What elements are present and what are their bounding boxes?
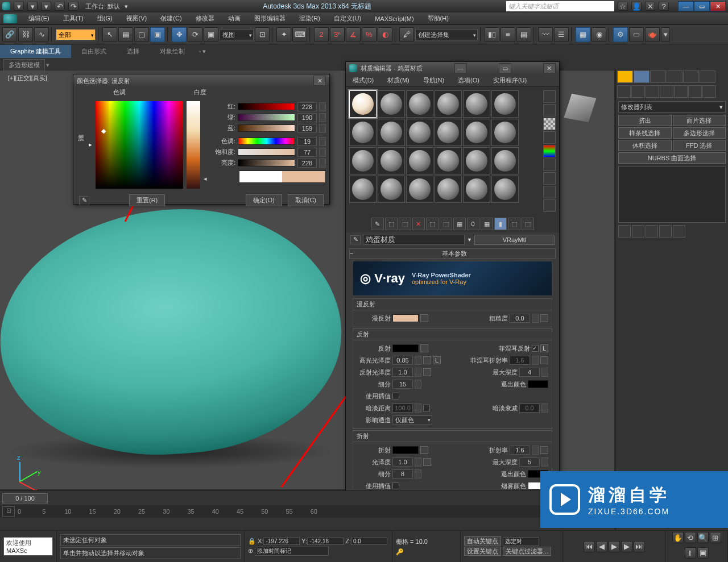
r-slider[interactable] <box>238 103 295 110</box>
menu-modifiers[interactable]: 修改器 <box>189 13 221 24</box>
eyedropper-btn[interactable]: ✎ <box>79 196 89 205</box>
pctsnap-btn[interactable]: % <box>362 27 377 42</box>
rfgloss-value[interactable]: 1.0 <box>392 457 413 467</box>
scale-btn[interactable]: ▣ <box>204 27 218 42</box>
colordlg-close[interactable]: ✕ <box>313 76 326 86</box>
mod-spline[interactable]: 样条线选择 <box>618 127 672 139</box>
help-btn[interactable]: ? <box>659 2 669 11</box>
pin-stack-icon[interactable] <box>618 225 631 238</box>
rough-value[interactable]: 0.0 <box>510 314 530 323</box>
curveed-btn[interactable]: 〰 <box>538 27 553 42</box>
minimize-btn[interactable]: — <box>678 1 694 11</box>
key-icon[interactable]: 🔑 <box>396 548 457 556</box>
sample-slot[interactable] <box>463 119 490 146</box>
put-mat-icon[interactable]: ⬚ <box>385 218 398 230</box>
sample-slot[interactable] <box>406 147 433 174</box>
polymodel-btn[interactable]: 多边形建模 <box>3 59 45 71</box>
qat-redo[interactable]: ↷ <box>68 2 78 11</box>
bind-btn[interactable]: ∿ <box>34 27 49 42</box>
sample-slot-1[interactable] <box>349 90 377 118</box>
h-slider[interactable] <box>238 138 295 145</box>
utilities-tab[interactable] <box>700 70 715 83</box>
assign-icon[interactable]: ⬚ <box>399 218 411 230</box>
qat-undo[interactable]: ↶ <box>55 2 65 11</box>
hgloss-sp[interactable] <box>415 356 421 365</box>
rendersetup-btn[interactable]: ⚙ <box>613 27 628 42</box>
sample-slot[interactable] <box>378 119 405 146</box>
motion-tab[interactable] <box>667 70 682 83</box>
maximize-btn[interactable]: ▭ <box>694 1 710 11</box>
exchange-btn[interactable]: ✕ <box>645 2 655 11</box>
trackbar[interactable] <box>0 518 614 530</box>
spinsnap-btn[interactable]: ◐ <box>378 27 392 42</box>
menu-edit[interactable]: 编辑(E) <box>22 13 56 24</box>
rtab-graphite[interactable]: Graphite 建模工具 <box>0 45 71 58</box>
hgloss-map[interactable] <box>423 356 431 364</box>
rfinterp-check[interactable] <box>392 482 399 489</box>
rect-sel-btn[interactable]: ▢ <box>134 27 149 42</box>
display-tab[interactable] <box>683 70 699 83</box>
b-spinner[interactable] <box>319 124 326 133</box>
matmenu-opt[interactable]: 选项(O) <box>451 74 486 86</box>
remove-mod-icon[interactable] <box>659 225 672 238</box>
fresnel-lock[interactable]: L <box>540 344 548 352</box>
mod-patch[interactable]: 面片选择 <box>673 115 726 126</box>
x-coord[interactable]: -197.226 <box>263 538 300 545</box>
window-cross-btn[interactable]: ▣ <box>150 27 165 42</box>
dim-check[interactable] <box>423 405 430 411</box>
s-slider[interactable] <box>238 148 295 156</box>
zoom-btn[interactable]: 🔍 <box>697 532 709 543</box>
renderdrop-btn[interactable]: ▾ <box>661 27 670 42</box>
unlink-btn[interactable]: ⛓ <box>18 27 33 42</box>
sample-slot[interactable] <box>491 119 519 146</box>
affect-drop[interactable]: 仅颜色 <box>392 415 432 424</box>
keymode-btn[interactable]: ⌨ <box>292 27 307 42</box>
fov-btn[interactable]: ⫿ <box>685 547 696 559</box>
setkey-btn[interactable]: 设置关键点 <box>464 547 501 556</box>
fior-sp[interactable] <box>532 356 539 365</box>
exit-swatch[interactable] <box>528 380 548 388</box>
manip-btn[interactable]: ✦ <box>276 27 291 42</box>
pick-icon[interactable]: ✎ <box>350 235 361 244</box>
next-frame[interactable]: ▶ <box>621 541 632 552</box>
put-lib-icon[interactable]: ▦ <box>453 218 466 230</box>
snap3-btn[interactable]: 3ⁿ <box>330 27 345 42</box>
cancel-btn[interactable]: 取消(C) <box>288 194 324 206</box>
mod-nurbs[interactable]: NURBS 曲面选择 <box>618 152 726 164</box>
menu-view[interactable]: 视图(V) <box>119 13 154 24</box>
mod-vol[interactable]: 体积选择 <box>618 140 672 151</box>
reflect-swatch[interactable] <box>392 344 419 352</box>
rfmaxd-value[interactable]: 5 <box>519 457 540 467</box>
rfsub-value[interactable]: 8 <box>392 469 413 478</box>
config-icon[interactable] <box>673 225 685 238</box>
sample-slot[interactable] <box>463 176 490 203</box>
r-value[interactable]: 228 <box>297 102 317 111</box>
zoomall-btn[interactable]: ⊞ <box>710 532 721 543</box>
schematic-btn[interactable]: ☰ <box>554 27 569 42</box>
maxvp-btn[interactable]: ▣ <box>697 547 709 559</box>
fresnel-check[interactable] <box>532 345 539 352</box>
namedsel-drop[interactable]: 创建选择集 <box>415 29 478 40</box>
subdiv-value[interactable]: 15 <box>392 380 413 389</box>
help-search[interactable]: 键入关键字或短语 <box>506 1 614 11</box>
rotate-btn[interactable]: ⟳ <box>188 27 202 42</box>
sample-slot[interactable] <box>378 147 405 174</box>
sample-slot[interactable] <box>435 119 462 146</box>
rtab-freeform[interactable]: 自由形式 <box>71 45 117 58</box>
play-btn[interactable]: ▶ <box>609 541 620 552</box>
mirror-btn[interactable]: ▮▯ <box>485 27 499 42</box>
menu-help[interactable]: 帮助(H) <box>421 13 456 24</box>
align-btn[interactable]: ≡ <box>500 27 515 42</box>
goto-end[interactable]: ⏭ <box>634 541 645 552</box>
angsnap-btn[interactable]: ∡ <box>346 27 361 42</box>
sel-more[interactable] <box>702 85 716 98</box>
viewcube[interactable] <box>561 89 601 128</box>
keyfilter-btn[interactable]: 关键点过滤器... <box>503 547 551 556</box>
reset-btn[interactable]: 重置(R) <box>129 194 165 206</box>
sel-elem[interactable] <box>674 85 688 98</box>
sample-slot[interactable] <box>435 147 462 174</box>
sel-edge[interactable] <box>631 85 645 98</box>
bg-icon[interactable] <box>543 118 556 130</box>
h-spinner[interactable] <box>319 137 326 146</box>
unique-icon[interactable]: ⬚ <box>440 218 452 230</box>
